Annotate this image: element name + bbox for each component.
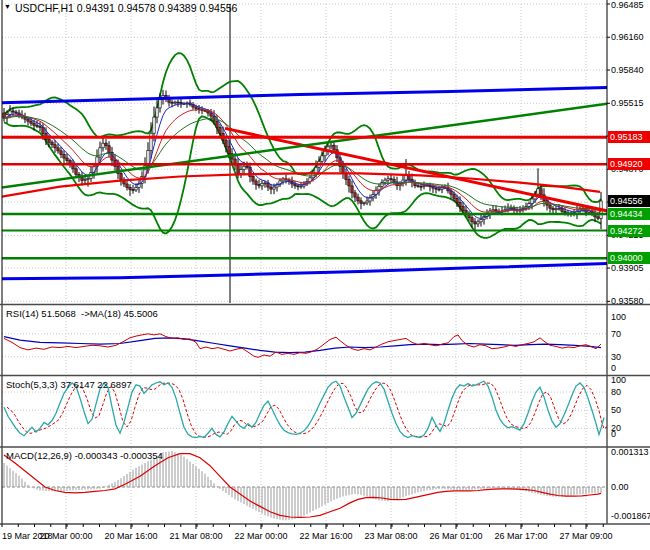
time-axis-label: 27 Mar 09:00 bbox=[553, 531, 619, 541]
grid-lines bbox=[2, 4, 607, 523]
chart-canvas[interactable] bbox=[0, 0, 650, 550]
price-tick-label: 0.93580 bbox=[611, 296, 644, 306]
time-axis-label: 23 Mar 08:00 bbox=[358, 531, 424, 541]
stoch-tick-label: 80 bbox=[611, 387, 621, 397]
stoch-tick-label: 100 bbox=[611, 375, 626, 385]
price-level-badge: 0.94920 bbox=[608, 158, 650, 170]
price-level-badge: 0.94272 bbox=[608, 225, 650, 237]
blue-upper-line bbox=[0, 87, 607, 102]
trading-chart-window: ▼ USDCHF,H1 0.94391 0.94578 0.94389 0.94… bbox=[0, 0, 650, 550]
rsi-indicator-label: RSI(14) 51.5068 ->MA(18) 45.5006 bbox=[6, 308, 158, 319]
blue-lower-line bbox=[0, 264, 607, 279]
time-axis-label: 20 Mar 00:00 bbox=[33, 531, 99, 541]
rsi-tick-label: 70 bbox=[611, 329, 621, 339]
price-level-badge: 0.94556 bbox=[608, 195, 650, 207]
macd-tick-label: 0.001313 bbox=[611, 447, 649, 457]
macd-tick-label: -0.001867 bbox=[611, 511, 650, 521]
time-axis-label: 26 Mar 17:00 bbox=[488, 531, 554, 541]
stoch-tick-label: 0 bbox=[611, 429, 616, 439]
rsi-tick-label: 30 bbox=[611, 352, 621, 362]
time-axis-label: 21 Mar 08:00 bbox=[163, 531, 229, 541]
price-tick-label: 0.96160 bbox=[611, 32, 644, 42]
price-tick-label: 0.95840 bbox=[611, 65, 644, 75]
macd-tick-label: 0.00 bbox=[611, 482, 629, 492]
time-axis-label: 22 Mar 16:00 bbox=[293, 531, 359, 541]
rsi-tick-label: 0 bbox=[611, 363, 616, 373]
price-level-badge: 0.94000 bbox=[608, 252, 650, 264]
macd-indicator-label: MACD(12,26,9) -0.000343 -0.000354 bbox=[6, 450, 163, 461]
price-tick-label: 0.95515 bbox=[611, 98, 644, 108]
time-axis-label: 26 Mar 01:00 bbox=[423, 531, 489, 541]
price-tick-label: 0.93905 bbox=[611, 263, 644, 273]
rsi-panel[interactable] bbox=[4, 334, 601, 358]
symbol-dropdown-icon[interactable]: ▼ bbox=[4, 3, 11, 10]
stochastic-indicator-label: Stoch(5,3,3) 37.6147 22.6897 bbox=[6, 379, 132, 390]
time-axis-label: 20 Mar 16:00 bbox=[98, 531, 164, 541]
macd-panel[interactable] bbox=[4, 451, 601, 520]
price-tick-label: 0.96485 bbox=[611, 0, 644, 10]
ma-ribbon bbox=[4, 104, 601, 219]
rsi-tick-label: 100 bbox=[611, 312, 626, 322]
chart-title: USDCHF,H1 0.94391 0.94578 0.94389 0.9455… bbox=[15, 2, 237, 14]
price-level-badge: 0.94434 bbox=[608, 208, 650, 220]
stoch-tick-label: 50 bbox=[611, 405, 621, 415]
price-level-badge: 0.95183 bbox=[608, 131, 650, 143]
time-axis-label: 22 Mar 00:00 bbox=[228, 531, 294, 541]
